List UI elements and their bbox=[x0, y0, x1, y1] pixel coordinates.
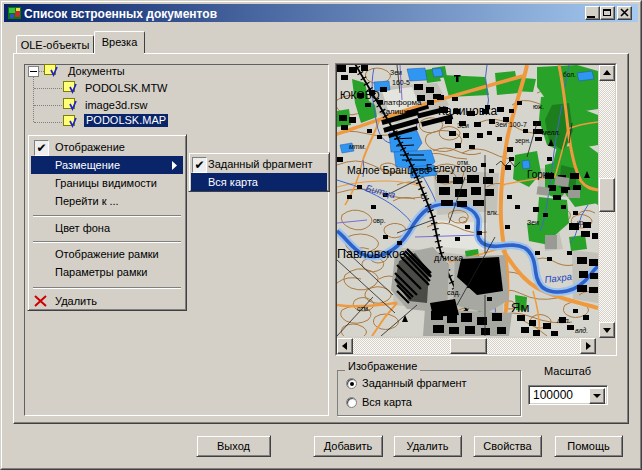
svg-text:сх.: сх. bbox=[421, 193, 430, 200]
svg-text:бол.: бол. bbox=[563, 71, 576, 78]
svg-text:Павловское: Павловское bbox=[337, 247, 406, 261]
svg-text:длиска: длиска bbox=[434, 253, 463, 263]
svg-text:овр.: овр. bbox=[373, 217, 386, 225]
svg-text:мтм.: мтм. bbox=[349, 143, 366, 150]
svg-text:юж.: юж. bbox=[533, 103, 544, 110]
svg-text:Зеи: Зеи bbox=[390, 69, 402, 76]
svg-text:влд.: влд. bbox=[575, 327, 588, 334]
svg-text:Белеутово: Белеутово bbox=[426, 162, 477, 174]
svg-text:кр.: кр. bbox=[577, 219, 585, 227]
svg-text:Ям: Ям bbox=[511, 300, 529, 315]
svg-text:Зеи 100-7: Зеи 100-7 bbox=[495, 121, 527, 128]
svg-text:платформа: платформа bbox=[379, 98, 422, 107]
svg-text:160-5: 160-5 bbox=[392, 79, 410, 86]
svg-text:Зеи: Зеи bbox=[457, 122, 469, 129]
svg-text:зерн.: зерн. bbox=[515, 137, 531, 145]
svg-text:мелл.: мелл. bbox=[542, 129, 560, 136]
svg-text:Калища: Калища bbox=[381, 107, 411, 116]
svg-text:влк.: влк. bbox=[487, 209, 499, 216]
svg-text:отм.: отм. bbox=[357, 305, 370, 312]
svg-text:лап.: лап. bbox=[556, 317, 571, 324]
svg-text:Горки: Горки bbox=[527, 169, 553, 180]
svg-text:ЮКОВО: ЮКОВО bbox=[340, 89, 380, 101]
svg-text:сад.: сад. bbox=[447, 289, 460, 297]
svg-text:Малое Бранцево: Малое Бранцево bbox=[347, 164, 430, 176]
svg-text:отм.: отм. bbox=[457, 159, 470, 166]
svg-text:Зеи: Зеи bbox=[527, 219, 539, 226]
